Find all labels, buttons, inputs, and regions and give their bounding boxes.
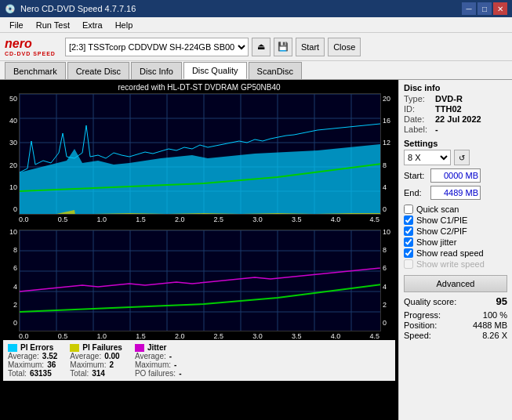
show-read-speed-checkbox[interactable] [404,248,413,258]
disc-id-row: ID: TTH02 [404,104,507,114]
app-icon: 💿 [5,4,16,14]
show-read-speed-row: Show read speed [404,248,507,258]
disc-type-row: Type: DVD-R [404,94,507,103]
tab-benchmark[interactable]: Benchmark [5,62,66,79]
save-icon[interactable]: 💾 [274,38,292,56]
menu-help[interactable]: Help [109,19,140,31]
menu-file[interactable]: File [3,19,30,31]
show-write-speed-checkbox [404,259,413,269]
disc-date-row: Date: 22 Jul 2022 [404,114,507,124]
speed-row: 8 X Max 4 X 16 X ↺ [404,150,507,165]
start-row: Start: [404,168,507,183]
show-jitter-row: Show jitter [404,237,507,247]
legend-jitter: Jitter Average: - Maximum: - PO failures… [135,343,182,378]
right-panel: Disc info Type: DVD-R ID: TTH02 Date: 22… [398,80,512,420]
upper-x-axis: 0.0 0.5 1.0 1.5 2.0 2.5 3.0 3.5 4.0 4.5 [3,215,395,223]
show-jitter-checkbox[interactable] [404,237,413,247]
lower-x-axis: 0.0 0.5 1.0 1.5 2.0 2.5 3.0 3.5 4.0 4.5 [3,331,395,340]
quality-score-label: Quality score: [404,297,456,306]
app-logo: nero CD-DVD SPEED [5,37,56,56]
pi-errors-color [8,344,17,352]
show-c1-checkbox[interactable] [404,215,413,225]
show-c2-checkbox[interactable] [404,226,413,236]
show-c1-row: Show C1/PIE [404,215,507,225]
eject-icon[interactable]: ⏏ [252,38,271,56]
chart-title: recorded with HL-DT-ST DVDRAM GP50NB40 [3,83,395,92]
progress-section: Progress: 100 % Position: 4488 MB Speed:… [404,310,507,340]
maximize-button[interactable]: □ [478,2,492,15]
lower-y-right: 10 8 6 4 2 0 [381,226,395,328]
minimize-button[interactable]: ─ [462,2,476,15]
show-write-speed-label: Show write speed [416,259,485,269]
menu-run-test[interactable]: Run Test [30,19,76,31]
show-jitter-label: Show jitter [416,237,456,247]
legend-pi-errors: PI Errors Average: 3.52 Maximum: 36 Tota… [8,343,57,378]
disc-type-value: DVD-R [435,94,463,103]
start-input[interactable] [430,168,481,183]
settings-section: Settings 8 X Max 4 X 16 X ↺ Start: End: [404,139,507,200]
close-button[interactable]: ✕ [493,2,507,15]
lower-chart [19,230,381,331]
upper-chart [19,93,381,215]
title-bar-left: 💿 Nero CD-DVD Speed 4.7.7.16 [5,4,136,14]
speed-label: Speed: [404,331,431,340]
start-label: Start: [404,171,427,180]
jitter-color [135,344,144,352]
tab-create-disc[interactable]: Create Disc [67,62,129,79]
logo-nero: nero [5,37,32,51]
main-content: recorded with HL-DT-ST DVDRAM GP50NB40 5… [0,80,512,420]
show-c2-label: Show C2/PIF [416,226,467,236]
toolbar: nero CD-DVD SPEED [2:3] TSSTcorp CDDVDW … [0,33,512,61]
lower-y-left: 10 8 6 4 2 0 [3,226,19,328]
pi-failures-color [70,344,79,352]
close-app-button[interactable]: Close [328,38,361,56]
end-label: End: [404,188,427,197]
pi-errors-label: PI Errors [20,343,53,352]
disc-info-section: Disc info Type: DVD-R ID: TTH02 Date: 22… [404,83,507,134]
speed-value: 8.26 X [482,331,507,340]
disc-label-row: Label: - [404,125,507,134]
disc-date-label: Date: [404,114,432,124]
disc-type-label: Type: [404,94,432,103]
quick-scan-label: Quick scan [416,205,459,214]
refresh-icon[interactable]: ↺ [454,150,470,165]
position-row: Position: 4488 MB [404,320,507,330]
legend-pi-failures: PI Failures Average: 0.00 Maximum: 2 Tot… [70,343,122,378]
show-write-speed-row: Show write speed [404,259,507,269]
end-input[interactable] [430,186,481,200]
upper-y-left: 50 40 30 20 10 0 [3,93,19,215]
menu-extra[interactable]: Extra [76,19,109,31]
speed-select[interactable]: 8 X Max 4 X 16 X [404,150,451,165]
quality-score-value: 95 [496,295,507,307]
quality-score-row: Quality score: 95 [404,295,507,307]
disc-date-value: 22 Jul 2022 [435,114,481,124]
progress-label: Progress: [404,310,441,320]
settings-title: Settings [404,139,507,148]
disc-label-value: - [435,125,438,134]
menu-bar: File Run Test Extra Help [0,17,512,33]
position-value: 4488 MB [473,320,507,330]
advanced-button[interactable]: Advanced [404,275,507,292]
upper-y-right: 20 16 12 8 4 0 [381,93,395,215]
start-button[interactable]: Start [296,38,325,56]
tab-disc-info[interactable]: Disc Info [131,62,182,79]
logo-cd-dvd-speed: CD-DVD SPEED [5,51,56,56]
tabs: Benchmark Create Disc Disc Info Disc Qua… [0,61,512,80]
app-title: Nero CD-DVD Speed 4.7.7.16 [20,4,136,13]
position-label: Position: [404,320,437,330]
show-read-speed-label: Show read speed [416,248,484,258]
show-c1-label: Show C1/PIE [416,215,467,225]
quick-scan-row: Quick scan [404,205,507,214]
chart-area: recorded with HL-DT-ST DVDRAM GP50NB40 5… [0,80,398,420]
disc-label-label: Label: [404,125,432,134]
checkboxes-section: Quick scan Show C1/PIE Show C2/PIF Show … [404,205,507,269]
tab-disc-quality[interactable]: Disc Quality [183,62,247,79]
quick-scan-checkbox[interactable] [404,205,413,214]
disc-info-title: Disc info [404,83,507,92]
speed-row: Speed: 8.26 X [404,331,507,340]
tab-scan-disc[interactable]: ScanDisc [249,62,302,79]
title-bar: 💿 Nero CD-DVD Speed 4.7.7.16 ─ □ ✕ [0,0,512,17]
progress-row: Progress: 100 % [404,310,507,320]
progress-value: 100 % [483,310,507,320]
drive-select[interactable]: [2:3] TSSTcorp CDDVDW SH-224GB SB00 [65,38,249,56]
